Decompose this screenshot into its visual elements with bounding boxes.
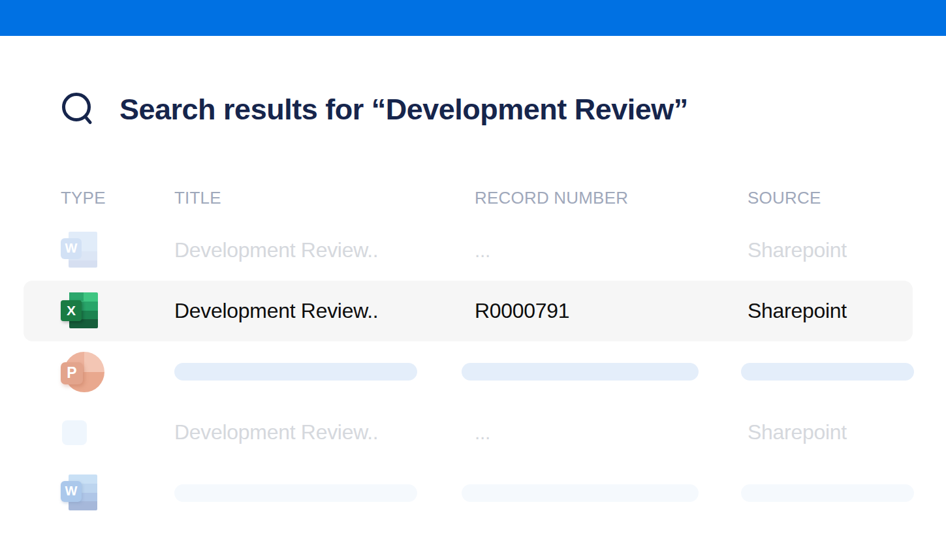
title-placeholder-pill (174, 363, 417, 381)
column-header-title: TITLE (174, 188, 475, 208)
result-title: Development Review.. (174, 238, 475, 262)
blank-type-icon (62, 420, 87, 445)
title-placeholder-pill (174, 484, 417, 502)
result-title: Development Review.. (174, 420, 475, 444)
source-placeholder-pill (741, 484, 914, 502)
result-record-number: ... (475, 240, 748, 262)
result-source: Sharepoint (748, 299, 913, 323)
word-file-icon: W (61, 230, 104, 271)
excel-file-icon: X (61, 291, 104, 332)
source-placeholder-pill (741, 363, 914, 381)
record-placeholder-pill (462, 484, 699, 502)
word-icon-letter: W (61, 238, 82, 259)
result-source: Sharepoint (748, 420, 913, 444)
powerpoint-file-icon: P (61, 352, 104, 392)
page-header: Search results for “Development Review” (61, 89, 946, 130)
excel-icon-letter: X (61, 300, 82, 321)
search-icon (61, 90, 96, 129)
word-icon-letter: W (61, 481, 82, 502)
result-row-blank-faded[interactable]: Development Review.. ... Sharepoint (24, 402, 913, 463)
column-header-source: SOURCE (748, 188, 913, 208)
record-placeholder-pill (462, 363, 699, 381)
result-title: Development Review.. (174, 299, 475, 323)
results-table: TYPE TITLE RECORD NUMBER SOURCE W Develo… (24, 186, 913, 523)
result-row-powerpoint-placeholder[interactable]: P (24, 341, 913, 402)
result-record-number: ... (475, 422, 748, 444)
search-results-page: Search results for “Development Review” … (0, 89, 946, 523)
top-bar (0, 0, 946, 36)
result-row-excel-selected[interactable]: X Development Review.. R0000791 Sharepoi… (24, 281, 913, 341)
column-header-type: TYPE (61, 188, 174, 208)
result-row-word-placeholder[interactable]: W (24, 463, 913, 523)
table-header-row: TYPE TITLE RECORD NUMBER SOURCE (24, 186, 913, 210)
result-source: Sharepoint (748, 238, 913, 262)
result-row-word-faded[interactable]: W Development Review.. ... Sharepoint (24, 220, 913, 281)
table-body: W Development Review.. ... Sharepoint X … (24, 220, 913, 523)
word-file-icon: W (61, 473, 104, 514)
powerpoint-icon-letter: P (61, 362, 83, 384)
result-record-number: R0000791 (475, 299, 748, 323)
column-header-record: RECORD NUMBER (475, 188, 748, 208)
page-title: Search results for “Development Review” (119, 93, 688, 127)
